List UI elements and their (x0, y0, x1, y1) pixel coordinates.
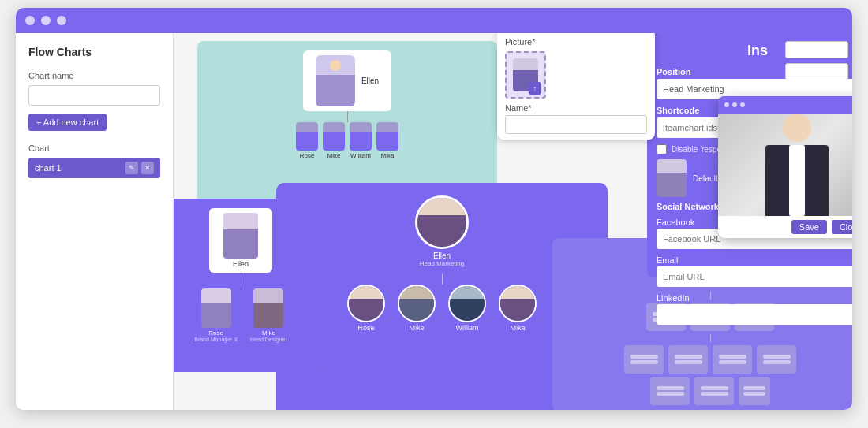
browser-titlebar (16, 8, 852, 33)
large-person-circle (415, 195, 469, 249)
chart-section-label: Chart (28, 143, 160, 153)
browser-content: Flow Charts Chart name + Add new chart C… (16, 33, 852, 410)
photo-dot-2 (732, 102, 737, 107)
photo-actions: Save Close (718, 216, 852, 238)
chart-delete-button[interactable]: ✕ (141, 162, 154, 174)
disable-responsive-checkbox[interactable] (657, 144, 667, 154)
browser-dot-3 (57, 16, 66, 25)
teal-child-rose: Rose (296, 122, 318, 159)
top-person-name: Ellen (361, 76, 379, 85)
large-chart-top-person: Ellen Head Marketing (415, 195, 469, 267)
linkedin-input[interactable] (657, 304, 852, 325)
teal-top-node: Ellen (303, 50, 391, 111)
sidebar: Flow Charts Chart name + Add new chart C… (16, 33, 174, 410)
chart-item-icons: ✎ ✕ (125, 162, 154, 174)
circle-child-rose: Rose (347, 285, 385, 332)
email-input[interactable] (657, 266, 852, 287)
right-input-2[interactable] (785, 63, 848, 80)
email-label: Email (657, 255, 852, 265)
photo-save-button[interactable]: Save (791, 220, 827, 234)
name-label: Name* (505, 103, 647, 113)
browser-window: Flow Charts Chart name + Add new chart C… (16, 8, 852, 410)
large-chart-top-name: Ellen (433, 251, 451, 260)
small-chart-top-node: Ellen (209, 208, 272, 273)
chart-name-input[interactable] (28, 85, 160, 106)
circle-child-william: William (448, 285, 486, 332)
photo-close-button[interactable]: Close (832, 220, 852, 234)
picture-label: Picture* (505, 37, 647, 47)
linkedin-row: LinkedIn (657, 293, 852, 325)
chart-item[interactable]: chart 1 ✎ ✕ (28, 158, 160, 178)
main-content: Ellen Rose Mike (174, 33, 852, 410)
chart-item-label: chart 1 (35, 163, 62, 173)
email-row: Email (657, 255, 852, 287)
circle-child-mika: Mika (499, 285, 537, 332)
name-input[interactable] (505, 115, 647, 134)
teal-child-william: William (350, 122, 372, 159)
photo-content (718, 114, 852, 216)
photo-panel-titlebar (718, 96, 852, 114)
chart-edit-button[interactable]: ✎ (125, 162, 138, 174)
right-chart-row-4 (650, 377, 770, 405)
top-person-image (316, 55, 355, 106)
large-chart-children: Rose Mike William (347, 285, 537, 332)
right-sidebar-inputs (785, 41, 848, 80)
browser-dot-1 (25, 16, 35, 25)
small-purple-chart: Ellen Rose Brand Manager X Mike Head Des… (174, 199, 320, 372)
photo-panel: Save Close (718, 96, 852, 238)
small-chart-children: Rose Brand Manager X Mike Head Designer (194, 288, 287, 342)
right-input-1[interactable] (785, 41, 848, 58)
chart-name-label: Chart name (28, 71, 160, 80)
large-chart-top-title: Head Marketing (420, 260, 464, 267)
picture-panel: Picture* ↑ Name* (497, 33, 655, 140)
photo-dot-3 (740, 102, 745, 107)
right-chart-row-3 (624, 345, 796, 374)
sidebar-title: Flow Charts (28, 46, 160, 58)
browser-dot-2 (41, 16, 51, 25)
linkedin-label: LinkedIn (657, 293, 852, 303)
teal-child-mike: Mike (323, 122, 345, 159)
teal-child-mika: Mika (376, 122, 398, 159)
photo-dot-1 (724, 102, 729, 107)
circle-child-mike: Mike (398, 285, 436, 332)
add-new-chart-button[interactable]: + Add new chart (28, 114, 107, 131)
picture-upload-area[interactable]: ↑ (505, 51, 546, 99)
